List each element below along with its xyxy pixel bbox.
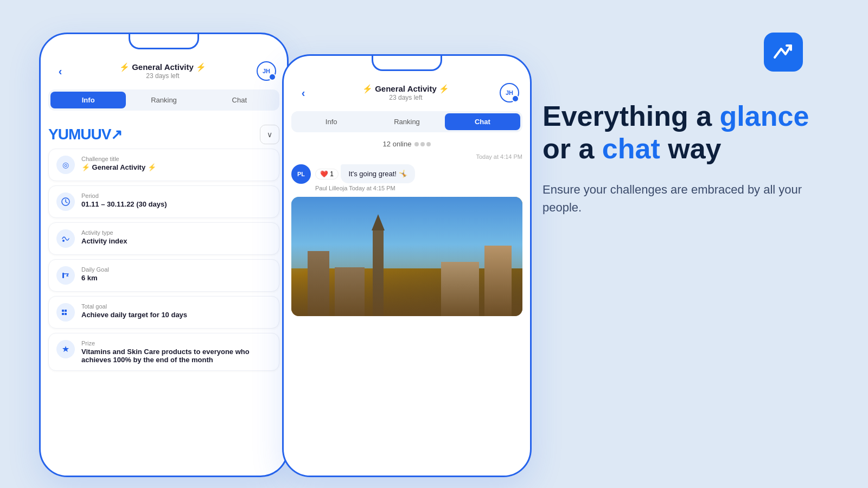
svg-point-1 xyxy=(62,240,65,242)
challenge-title-value: ⚡ General Activity ⚡ xyxy=(81,163,156,171)
svg-rect-5 xyxy=(62,313,64,315)
tab-chat-2[interactable]: Chat xyxy=(445,113,520,130)
activity-type-value: Activity index xyxy=(81,237,127,245)
brand-row: YUMUUV↗ ∨ xyxy=(48,119,279,149)
phone-2-header: ‹ ⚡ General Activity ⚡ 23 days left JH xyxy=(284,76,530,107)
card-challenge-title: ◎ Challenge title ⚡ General Activity ⚡ xyxy=(48,149,279,181)
dot-1 xyxy=(414,142,419,146)
total-goal-icon xyxy=(56,303,75,322)
phone-1-subtitle: 23 days left xyxy=(69,72,257,80)
headline-section: Everything a glance or a chat way Ensure… xyxy=(542,100,814,216)
back-button-2[interactable]: ‹ xyxy=(295,84,312,101)
chat-avatar: PL xyxy=(291,164,311,184)
headline-subtext: Ensure your challenges are embraced by a… xyxy=(542,181,814,216)
chat-message-row: PL ❤️ 1 It's going great! 🤸 Paul Lilleoj… xyxy=(284,162,530,194)
daily-goal-icon xyxy=(56,266,75,285)
card-period: Period 01.11 – 30.11.22 (30 days) xyxy=(48,185,279,218)
svg-rect-3 xyxy=(62,310,64,312)
dot-2 xyxy=(420,142,425,146)
phone-1-notch xyxy=(129,34,199,49)
tab-ranking[interactable]: Ranking xyxy=(126,92,201,108)
chevron-button[interactable]: ∨ xyxy=(260,125,279,144)
phone-1: ‹ ⚡ General Activity ⚡ 23 days left JH I… xyxy=(39,33,289,477)
chat-bubble-wrap: ❤️ 1 It's going great! 🤸 Paul Lilleoja T… xyxy=(315,164,522,191)
phone-1-title-text: ⚡ General Activity ⚡ xyxy=(69,62,257,72)
card-total-goal: Total goal Achieve daily target for 10 d… xyxy=(48,296,279,329)
tab-info[interactable]: Info xyxy=(50,92,126,108)
tab-ranking-2[interactable]: Ranking xyxy=(369,113,444,130)
prize-label: Prize xyxy=(81,340,271,346)
svg-rect-2 xyxy=(62,273,64,278)
phone-2-title: ⚡ General Activity ⚡ 23 days left xyxy=(312,84,500,101)
phone-1-content: YUMUUV↗ ∨ ◎ Challenge title ⚡ General Ac… xyxy=(41,115,287,380)
challenge-title-icon: ◎ xyxy=(56,156,75,174)
chat-timestamp: Today at 4:14 PM xyxy=(284,151,530,162)
phone-2-title-text: ⚡ General Activity ⚡ xyxy=(312,84,500,94)
phone-2: ‹ ⚡ General Activity ⚡ 23 days left JH I… xyxy=(282,54,532,477)
avatar-button-2[interactable]: JH xyxy=(500,83,519,102)
card-activity-type: Activity type Activity index xyxy=(48,222,279,255)
avatar-button[interactable]: JH xyxy=(257,61,276,81)
headline-text: Everything a glance or a chat way xyxy=(542,100,814,165)
phone-1-tabs: Info Ranking Chat xyxy=(48,89,279,111)
brand-logo: YUMUUV↗ xyxy=(48,126,122,143)
period-value: 01.11 – 30.11.22 (30 days) xyxy=(81,200,167,208)
svg-rect-4 xyxy=(65,310,67,312)
chat-image xyxy=(291,197,522,316)
card-daily-goal: Daily Goal 6 km xyxy=(48,259,279,292)
app-logo xyxy=(764,33,803,72)
tab-chat[interactable]: Chat xyxy=(202,92,277,108)
activity-type-label: Activity type xyxy=(81,229,127,236)
back-button[interactable]: ‹ xyxy=(52,62,69,80)
daily-goal-label: Daily Goal xyxy=(81,266,109,273)
period-label: Period xyxy=(81,192,167,199)
card-prize: Prize Vitamins and Skin Care products to… xyxy=(48,333,279,371)
total-goal-label: Total goal xyxy=(81,303,187,310)
total-goal-value: Achieve daily target for 10 days xyxy=(81,311,187,319)
phone-2-subtitle: 23 days left xyxy=(312,94,500,101)
chat-sender: Paul Lilleoja Today at 4:15 PM xyxy=(315,185,522,191)
online-count: 12 online xyxy=(383,140,412,148)
online-bar: 12 online xyxy=(284,137,530,151)
period-icon xyxy=(56,192,75,211)
activity-type-icon xyxy=(56,229,75,248)
city-silhouette xyxy=(291,245,522,316)
prize-icon xyxy=(56,340,75,358)
phone-2-notch xyxy=(372,56,442,71)
online-dots xyxy=(414,142,431,146)
svg-rect-6 xyxy=(65,313,67,315)
prize-value: Vitamins and Skin Care products to every… xyxy=(81,348,271,364)
phone-1-title: ⚡ General Activity ⚡ 23 days left xyxy=(69,62,257,80)
phone-1-header: ‹ ⚡ General Activity ⚡ 23 days left JH xyxy=(41,55,287,85)
tab-info-2[interactable]: Info xyxy=(293,113,369,130)
challenge-title-label: Challenge title xyxy=(81,156,156,162)
dot-3 xyxy=(426,142,431,146)
chat-bubble: It's going great! 🤸 xyxy=(341,164,414,183)
phone-2-tabs: Info Ranking Chat xyxy=(291,111,522,132)
reaction-badge[interactable]: ❤️ 1 xyxy=(315,169,339,179)
daily-goal-value: 6 km xyxy=(81,274,109,282)
